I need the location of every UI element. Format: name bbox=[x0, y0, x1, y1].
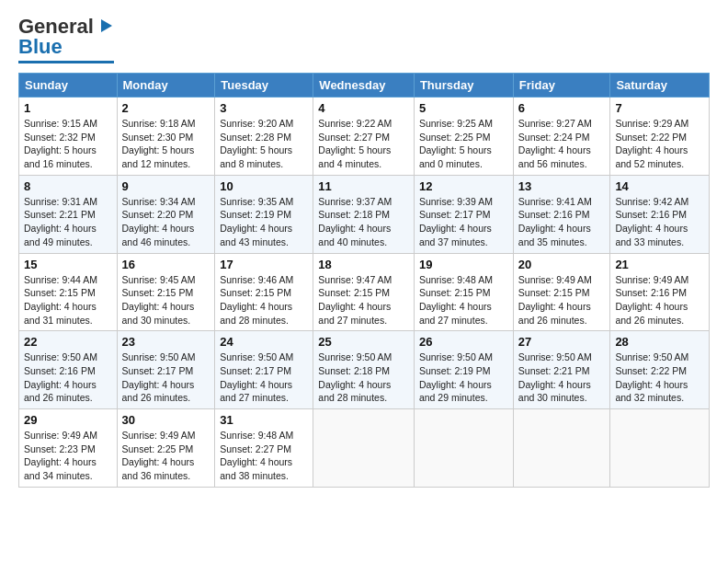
day-info: Sunrise: 9:44 AM Sunset: 2:15 PM Dayligh… bbox=[24, 273, 112, 327]
day-info: Sunrise: 9:50 AM Sunset: 2:17 PM Dayligh… bbox=[122, 350, 210, 405]
day-cell: 7Sunrise: 9:29 AM Sunset: 2:22 PM Daylig… bbox=[610, 98, 710, 176]
day-cell: 19Sunrise: 9:48 AM Sunset: 2:15 PM Dayli… bbox=[414, 253, 513, 331]
day-number: 18 bbox=[318, 258, 409, 271]
col-header-thursday: Thursday bbox=[414, 74, 513, 98]
day-cell: 6Sunrise: 9:27 AM Sunset: 2:24 PM Daylig… bbox=[513, 98, 610, 176]
day-cell bbox=[414, 409, 513, 488]
day-number: 23 bbox=[122, 335, 210, 349]
logo-blue: Blue bbox=[18, 35, 63, 59]
day-cell: 2Sunrise: 9:18 AM Sunset: 2:30 PM Daylig… bbox=[117, 98, 215, 176]
day-cell: 3Sunrise: 9:20 AM Sunset: 2:28 PM Daylig… bbox=[215, 98, 313, 176]
day-number: 2 bbox=[122, 101, 210, 115]
day-cell: 9Sunrise: 9:34 AM Sunset: 2:20 PM Daylig… bbox=[117, 175, 215, 253]
day-number: 13 bbox=[518, 179, 606, 193]
day-info: Sunrise: 9:49 AM Sunset: 2:25 PM Dayligh… bbox=[122, 429, 210, 483]
day-number: 9 bbox=[122, 179, 210, 193]
header-row: SundayMondayTuesdayWednesdayThursdayFrid… bbox=[19, 74, 710, 98]
week-row-2: 8Sunrise: 9:31 AM Sunset: 2:21 PM Daylig… bbox=[19, 175, 710, 253]
col-header-tuesday: Tuesday bbox=[215, 74, 313, 98]
day-number: 29 bbox=[24, 413, 112, 427]
day-cell: 1Sunrise: 9:15 AM Sunset: 2:32 PM Daylig… bbox=[19, 98, 118, 176]
day-cell bbox=[313, 409, 415, 488]
week-row-3: 15Sunrise: 9:44 AM Sunset: 2:15 PM Dayli… bbox=[19, 253, 710, 331]
day-cell: 22Sunrise: 9:50 AM Sunset: 2:16 PM Dayli… bbox=[19, 331, 118, 409]
day-number: 26 bbox=[419, 335, 508, 349]
calendar: SundayMondayTuesdayWednesdayThursdayFrid… bbox=[18, 73, 710, 488]
day-number: 15 bbox=[24, 258, 112, 271]
day-cell: 24Sunrise: 9:50 AM Sunset: 2:17 PM Dayli… bbox=[215, 331, 313, 409]
col-header-friday: Friday bbox=[513, 74, 610, 98]
day-cell: 31Sunrise: 9:48 AM Sunset: 2:27 PM Dayli… bbox=[215, 409, 313, 488]
day-number: 27 bbox=[518, 335, 606, 349]
day-cell bbox=[513, 409, 610, 488]
day-info: Sunrise: 9:49 AM Sunset: 2:15 PM Dayligh… bbox=[518, 273, 606, 327]
day-info: Sunrise: 9:50 AM Sunset: 2:21 PM Dayligh… bbox=[518, 350, 606, 405]
logo: General Blue bbox=[18, 15, 114, 63]
day-info: Sunrise: 9:20 AM Sunset: 2:28 PM Dayligh… bbox=[220, 117, 308, 171]
day-cell: 10Sunrise: 9:35 AM Sunset: 2:19 PM Dayli… bbox=[215, 175, 313, 253]
day-info: Sunrise: 9:47 AM Sunset: 2:15 PM Dayligh… bbox=[318, 273, 409, 327]
day-info: Sunrise: 9:35 AM Sunset: 2:19 PM Dayligh… bbox=[220, 195, 308, 249]
day-info: Sunrise: 9:42 AM Sunset: 2:16 PM Dayligh… bbox=[615, 195, 704, 249]
day-cell: 5Sunrise: 9:25 AM Sunset: 2:25 PM Daylig… bbox=[414, 98, 513, 176]
day-info: Sunrise: 9:48 AM Sunset: 2:27 PM Dayligh… bbox=[220, 429, 308, 483]
day-number: 4 bbox=[318, 101, 409, 115]
day-number: 20 bbox=[518, 258, 606, 271]
day-cell: 13Sunrise: 9:41 AM Sunset: 2:16 PM Dayli… bbox=[513, 175, 610, 253]
day-number: 7 bbox=[615, 101, 704, 115]
day-number: 11 bbox=[318, 179, 409, 193]
day-number: 6 bbox=[518, 101, 606, 115]
day-info: Sunrise: 9:50 AM Sunset: 2:16 PM Dayligh… bbox=[24, 350, 112, 405]
day-info: Sunrise: 9:18 AM Sunset: 2:30 PM Dayligh… bbox=[122, 117, 210, 171]
day-cell: 14Sunrise: 9:42 AM Sunset: 2:16 PM Dayli… bbox=[610, 175, 710, 253]
day-cell: 20Sunrise: 9:49 AM Sunset: 2:15 PM Dayli… bbox=[513, 253, 610, 331]
day-cell: 12Sunrise: 9:39 AM Sunset: 2:17 PM Dayli… bbox=[414, 175, 513, 253]
day-cell: 23Sunrise: 9:50 AM Sunset: 2:17 PM Dayli… bbox=[117, 331, 215, 409]
day-cell: 30Sunrise: 9:49 AM Sunset: 2:25 PM Dayli… bbox=[117, 409, 215, 488]
day-number: 24 bbox=[220, 335, 308, 349]
day-number: 3 bbox=[220, 101, 308, 115]
week-row-4: 22Sunrise: 9:50 AM Sunset: 2:16 PM Dayli… bbox=[19, 331, 710, 409]
day-info: Sunrise: 9:15 AM Sunset: 2:32 PM Dayligh… bbox=[24, 117, 112, 171]
day-number: 5 bbox=[419, 101, 508, 115]
day-number: 14 bbox=[615, 179, 704, 193]
day-info: Sunrise: 9:49 AM Sunset: 2:16 PM Dayligh… bbox=[615, 273, 704, 327]
day-number: 30 bbox=[122, 413, 210, 427]
day-info: Sunrise: 9:37 AM Sunset: 2:18 PM Dayligh… bbox=[318, 195, 409, 249]
col-header-sunday: Sunday bbox=[19, 74, 118, 98]
day-info: Sunrise: 9:49 AM Sunset: 2:23 PM Dayligh… bbox=[24, 429, 112, 483]
day-cell: 25Sunrise: 9:50 AM Sunset: 2:18 PM Dayli… bbox=[313, 331, 415, 409]
day-cell: 28Sunrise: 9:50 AM Sunset: 2:22 PM Dayli… bbox=[610, 331, 710, 409]
header: General Blue bbox=[18, 15, 710, 63]
col-header-monday: Monday bbox=[117, 74, 215, 98]
day-info: Sunrise: 9:50 AM Sunset: 2:19 PM Dayligh… bbox=[419, 350, 508, 405]
week-row-1: 1Sunrise: 9:15 AM Sunset: 2:32 PM Daylig… bbox=[19, 98, 710, 176]
day-cell bbox=[610, 409, 710, 488]
day-info: Sunrise: 9:50 AM Sunset: 2:18 PM Dayligh… bbox=[318, 350, 409, 405]
day-info: Sunrise: 9:50 AM Sunset: 2:17 PM Dayligh… bbox=[220, 350, 308, 405]
day-info: Sunrise: 9:41 AM Sunset: 2:16 PM Dayligh… bbox=[518, 195, 606, 249]
day-info: Sunrise: 9:29 AM Sunset: 2:22 PM Dayligh… bbox=[615, 117, 704, 171]
day-number: 17 bbox=[220, 258, 308, 271]
svg-marker-0 bbox=[101, 19, 112, 32]
day-cell: 29Sunrise: 9:49 AM Sunset: 2:23 PM Dayli… bbox=[19, 409, 118, 488]
day-info: Sunrise: 9:48 AM Sunset: 2:15 PM Dayligh… bbox=[419, 273, 508, 327]
logo-underline bbox=[18, 61, 114, 63]
day-cell: 26Sunrise: 9:50 AM Sunset: 2:19 PM Dayli… bbox=[414, 331, 513, 409]
day-cell: 17Sunrise: 9:46 AM Sunset: 2:15 PM Dayli… bbox=[215, 253, 313, 331]
day-info: Sunrise: 9:27 AM Sunset: 2:24 PM Dayligh… bbox=[518, 117, 606, 171]
day-number: 1 bbox=[24, 101, 112, 115]
day-number: 21 bbox=[615, 258, 704, 271]
day-info: Sunrise: 9:46 AM Sunset: 2:15 PM Dayligh… bbox=[220, 273, 308, 327]
day-info: Sunrise: 9:34 AM Sunset: 2:20 PM Dayligh… bbox=[122, 195, 210, 249]
day-cell: 11Sunrise: 9:37 AM Sunset: 2:18 PM Dayli… bbox=[313, 175, 415, 253]
day-number: 22 bbox=[24, 335, 112, 349]
page: General Blue SundayMondayTuesdayWednesda… bbox=[0, 0, 728, 497]
col-header-saturday: Saturday bbox=[610, 74, 710, 98]
day-cell: 4Sunrise: 9:22 AM Sunset: 2:27 PM Daylig… bbox=[313, 98, 415, 176]
day-info: Sunrise: 9:39 AM Sunset: 2:17 PM Dayligh… bbox=[419, 195, 508, 249]
day-cell: 21Sunrise: 9:49 AM Sunset: 2:16 PM Dayli… bbox=[610, 253, 710, 331]
day-number: 16 bbox=[122, 258, 210, 271]
day-number: 19 bbox=[419, 258, 508, 271]
day-info: Sunrise: 9:25 AM Sunset: 2:25 PM Dayligh… bbox=[419, 117, 508, 171]
